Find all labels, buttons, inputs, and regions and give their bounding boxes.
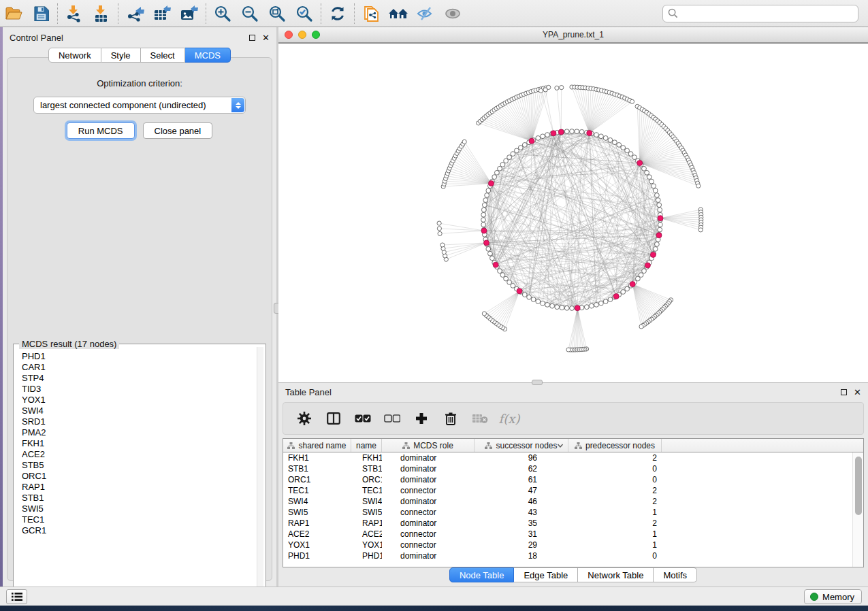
tab-mcds[interactable]: MCDS [185,48,231,63]
column-header-shared-name[interactable]: shared name [283,439,351,452]
horizontal-splitter-grip[interactable] [532,380,543,385]
show-graphics-icon[interactable] [439,2,466,25]
tab-select[interactable]: Select [141,48,185,63]
table-header-row: shared name name MCDS role successor nod… [283,439,863,452]
mcds-result-item[interactable]: SWI5 [22,503,256,514]
table-row[interactable]: TEC1TEC1connector472 [283,485,852,496]
table-row[interactable]: YOX1YOX1connector291 [283,540,852,550]
tab-style[interactable]: Style [101,48,141,63]
zoom-selected-icon[interactable] [291,2,318,25]
table-row[interactable]: STB1STB1dominator620 [283,463,852,474]
network-canvas[interactable] [278,43,868,382]
tab-node-table[interactable]: Node Table [449,567,515,582]
network-title: YPA_prune.txt_1 [543,30,604,39]
float-panel-icon[interactable] [841,389,847,395]
zoom-fit-icon[interactable] [263,2,291,25]
cell-name: PHD1 [351,551,382,561]
mcds-result-item[interactable]: SWI4 [22,406,256,416]
unselect-all-icon[interactable] [383,410,401,427]
memory-button[interactable]: Memory [804,589,862,604]
network-graph[interactable] [278,44,868,383]
export-network-icon[interactable] [121,2,148,25]
cell-shared_name: TEC1 [283,486,351,495]
zoom-out-icon[interactable] [236,2,263,25]
node-table: shared name name MCDS role successor nod… [283,438,864,567]
column-header-mcds-role[interactable]: MCDS role [382,439,475,452]
add-column-icon[interactable] [413,410,430,427]
open-folder-icon[interactable] [0,2,27,25]
save-icon[interactable] [27,2,54,25]
cell-role: dominator [382,497,475,506]
show-panels-button[interactable] [6,589,27,604]
mcds-result-item[interactable]: YOX1 [22,395,256,406]
mcds-result-item[interactable]: STP4 [22,373,256,384]
column-header-predecessor-nodes[interactable]: predecessor nodes [568,439,662,452]
import-network-icon[interactable] [61,2,88,25]
refresh-icon[interactable] [324,2,351,25]
mcds-result-item[interactable]: PHD1 [22,351,256,362]
table-row[interactable]: ACE2ACE2connector311 [283,529,852,540]
table-row[interactable]: FKH1FKH1dominator962 [283,452,852,463]
cell-shared_name: ACE2 [283,529,351,539]
clone-network-icon[interactable] [357,2,385,25]
mcds-result-list[interactable]: PHD1CAR1STP4TID3YOX1SWI4SRD1PMA2FKH1ACE2… [22,351,256,595]
table-row[interactable]: PHD1PHD1dominator180 [283,550,852,561]
window-zoom-icon[interactable] [312,31,320,39]
table-row[interactable]: RAP1RAP1dominator352 [283,518,852,529]
mcds-result-item[interactable]: FKH1 [22,438,256,449]
mcds-result-item[interactable]: PMA2 [22,427,256,438]
select-all-icon[interactable] [354,410,372,427]
mcds-result-item[interactable]: RAP1 [22,482,256,493]
close-panel-icon[interactable]: ✕ [262,35,270,41]
cell-role: dominator [382,551,475,561]
gear-icon[interactable] [295,410,313,427]
optimization-criterion-label: Optimization criterion: [7,78,272,88]
import-table-icon[interactable] [88,2,115,25]
hide-graphics-icon[interactable] [412,2,439,25]
tab-edge-table[interactable]: Edge Table [514,567,578,582]
export-image-icon[interactable] [176,2,203,25]
run-mcds-button[interactable]: Run MCDS [67,122,135,139]
mcds-result-item[interactable]: STB1 [22,493,256,503]
cell-role: dominator [382,518,475,528]
tab-network-table[interactable]: Network Table [578,567,654,582]
cell-successors: 29 [475,540,568,550]
table-row[interactable]: SWI4SWI4dominator462 [283,496,852,507]
application-window: { "toolbar": { "icons": ["open-folder-ic… [0,0,868,611]
first-neighbors-icon[interactable] [385,2,412,25]
mcds-list-scrollbar[interactable] [257,347,263,593]
mcds-result-item[interactable]: ACE2 [22,449,256,460]
desktop-wallpaper [0,27,3,587]
delete-column-icon[interactable] [442,410,460,427]
mcds-result-item[interactable]: GCR1 [22,525,256,536]
tab-network[interactable]: Network [48,48,101,63]
mcds-result-item[interactable]: STB5 [22,460,256,471]
split-view-icon[interactable] [325,410,342,427]
table-row[interactable]: ORC1ORC1dominator610 [283,474,852,485]
table-scrollbar[interactable] [852,452,863,567]
cell-name: FKH1 [351,453,382,463]
cell-role: connector [382,508,475,517]
column-header-successor-nodes[interactable]: successor nodes [475,439,568,452]
close-panel-icon[interactable]: ✕ [854,389,861,395]
mcds-result-item[interactable]: CAR1 [22,362,256,373]
mcds-result-item[interactable]: ORC1 [22,471,256,482]
zoom-in-icon[interactable] [209,2,236,25]
mcds-result-item[interactable]: SRD1 [22,416,256,427]
window-minimize-icon[interactable] [298,31,306,39]
tab-motifs[interactable]: Motifs [654,567,697,582]
float-panel-icon[interactable] [249,35,255,41]
table-row[interactable]: SWI5SWI5connector431 [283,507,852,518]
column-header-name[interactable]: name [351,439,382,452]
search-input[interactable] [678,8,853,18]
scrollbar-thumb[interactable] [855,457,862,515]
network-window-titlebar[interactable]: YPA_prune.txt_1 [278,27,868,43]
toolbar-separator [57,3,58,24]
mcds-result-item[interactable]: TEC1 [22,514,256,525]
export-table-icon[interactable] [148,2,176,25]
mcds-result-item[interactable]: TID3 [22,384,256,395]
window-close-icon[interactable] [285,31,293,39]
criterion-dropdown[interactable]: largest connected component (undirected) [33,97,246,114]
search-box[interactable] [662,5,858,22]
close-panel-button[interactable]: Close panel [143,122,213,139]
